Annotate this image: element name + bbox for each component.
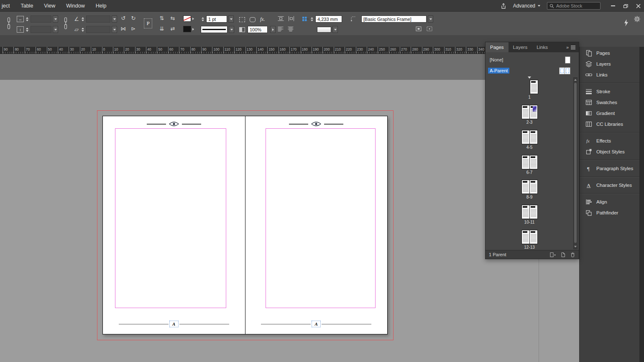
page-thumbnail[interactable] <box>521 105 530 119</box>
height-stepper[interactable] <box>26 28 28 32</box>
dock-item-layers[interactable]: Layers <box>580 59 639 69</box>
master-none-row[interactable]: [None] <box>486 54 579 65</box>
rotation-stepper[interactable] <box>82 17 84 21</box>
edit-page-size-icon[interactable] <box>549 252 556 257</box>
dock-item-links[interactable]: Links <box>580 69 639 80</box>
menu-view[interactable]: View <box>44 3 55 9</box>
fill-color-swatch[interactable] <box>183 26 191 32</box>
corner-shape-icon[interactable] <box>250 17 256 22</box>
lightning-icon[interactable] <box>624 19 629 26</box>
effects-fx-button[interactable]: fx. <box>260 16 265 23</box>
dock-item-paragraph-styles[interactable]: ¶ Paragraph Styles <box>580 163 639 174</box>
page-thumbnail[interactable] <box>521 180 530 194</box>
page-thumbnail[interactable] <box>529 230 538 244</box>
height-input[interactable] <box>31 26 51 33</box>
flip-horizontal-icon[interactable]: ⋈ <box>120 26 126 31</box>
align-center-icon[interactable] <box>288 26 294 31</box>
page-thumbnail[interactable] <box>529 130 538 144</box>
document-spread[interactable]: A A <box>102 116 388 334</box>
dashed-frame-icon[interactable] <box>239 17 245 22</box>
delete-page-icon[interactable] <box>570 252 575 257</box>
rotation-input[interactable] <box>86 15 110 23</box>
width-dropdown-button[interactable] <box>53 15 58 23</box>
close-icon[interactable] <box>635 3 641 9</box>
fit-horizontal-icon[interactable]: ⇆ <box>170 15 176 21</box>
width-stepper[interactable] <box>26 17 28 21</box>
menu-object[interactable]: ject <box>2 3 10 9</box>
dock-item-character-styles[interactable]: A Character Styles <box>580 180 639 191</box>
page-thumbnail[interactable] <box>530 80 538 94</box>
page-thumbnail[interactable] <box>521 230 530 244</box>
dock-item-align[interactable]: Align <box>580 196 639 207</box>
paragraph-proxy-icon[interactable]: P <box>144 18 152 28</box>
object-style-dropdown-button[interactable] <box>428 15 433 23</box>
page-thumbnail[interactable] <box>521 205 530 219</box>
stroke-weight-stepper[interactable] <box>202 17 204 21</box>
new-page-icon[interactable] <box>560 252 566 257</box>
collapse-panel-chevrons-icon[interactable]: » <box>566 42 569 52</box>
pages-scrollbar[interactable] <box>573 77 578 249</box>
wrap-bounding-box-icon[interactable] <box>288 16 294 21</box>
page-entry-10-11[interactable]: 10-11 <box>509 205 550 224</box>
menu-window[interactable]: Window <box>66 3 84 9</box>
constrain-corners-icon[interactable] <box>302 16 309 22</box>
gradient-swatch-select[interactable] <box>317 27 331 33</box>
master-none-thumbnail[interactable] <box>565 56 570 64</box>
constrain-link-icon[interactable] <box>7 17 11 30</box>
page-thumbnail[interactable] <box>529 105 538 119</box>
minimize-button[interactable] <box>610 3 616 9</box>
page-entry-6-7[interactable]: 6-7 <box>509 155 550 175</box>
page-thumbnail[interactable] <box>529 155 538 169</box>
stroke-color-swatch[interactable] <box>183 15 191 22</box>
shear-dropdown-button[interactable] <box>112 26 117 33</box>
align-left-icon[interactable] <box>278 26 284 31</box>
page-thumbnail[interactable] <box>521 130 530 144</box>
stroke-swatch-expander-icon[interactable] <box>192 18 194 20</box>
opacity-input[interactable]: 100% <box>248 26 268 33</box>
page-entry-8-9[interactable]: 8-9 <box>509 180 550 199</box>
rotate-ccw-icon[interactable]: ↺ <box>120 15 126 21</box>
scroll-up-icon[interactable] <box>574 78 577 82</box>
menu-table[interactable]: Table <box>20 3 33 9</box>
fit-vertical-icon[interactable]: ⇅ <box>159 15 165 21</box>
page-entry-1[interactable]: 1 <box>509 80 550 99</box>
page-left[interactable]: A <box>103 116 245 334</box>
dock-item-object-styles[interactable]: Object Styles <box>580 146 639 157</box>
page-entry-4-5[interactable]: 4-5 <box>509 130 550 150</box>
rotation-dropdown-button[interactable] <box>112 15 117 23</box>
width-input[interactable] <box>31 15 51 23</box>
page-right[interactable]: A <box>245 116 388 334</box>
restore-button[interactable] <box>622 3 629 9</box>
master-a-parent-thumbnail[interactable] <box>559 67 570 74</box>
page-entry-12-13[interactable]: 12-13 <box>509 230 550 250</box>
menu-help[interactable]: Help <box>96 3 107 9</box>
corner-size-stepper[interactable] <box>311 17 313 21</box>
dock-item-effects[interactable]: fx Effects <box>580 135 639 146</box>
gear-icon[interactable] <box>634 16 640 22</box>
scroll-down-icon[interactable] <box>574 245 577 249</box>
share-icon[interactable] <box>501 3 506 9</box>
shear-input[interactable] <box>86 26 110 33</box>
scale-link-icon[interactable] <box>64 17 68 30</box>
object-style-select[interactable]: [Basic Graphics Frame] <box>361 15 427 23</box>
panel-menu-icon[interactable] <box>570 42 576 52</box>
stroke-type-dropdown-button[interactable] <box>229 26 234 33</box>
corner-options-icon[interactable] <box>350 16 356 22</box>
dock-item-cc-libraries[interactable]: CC Libraries <box>580 119 639 130</box>
stroke-weight-input[interactable]: 1 pt <box>206 15 227 23</box>
no-text-wrap-icon[interactable] <box>278 16 284 21</box>
shear-stepper[interactable] <box>82 28 84 32</box>
stroke-type-select[interactable] <box>201 26 227 33</box>
fit-frame-icon[interactable]: ⇄ <box>170 26 176 31</box>
height-dropdown-button[interactable] <box>53 26 58 33</box>
fit-content-icon[interactable]: ⇊ <box>159 26 165 31</box>
auto-fit-icon[interactable] <box>427 26 432 31</box>
dock-item-pathfinder[interactable]: Pathfinder <box>580 207 639 218</box>
gradient-swatch-dropdown-button[interactable] <box>332 26 338 33</box>
opacity-dropdown-button[interactable] <box>270 26 276 33</box>
page-thumbnail[interactable] <box>529 205 538 219</box>
tab-layers[interactable]: Layers <box>509 42 532 52</box>
page-thumbnail[interactable] <box>521 155 530 169</box>
stock-search-input[interactable]: Adobe Stock <box>547 2 601 10</box>
fill-swatch-expander-icon[interactable] <box>192 28 194 31</box>
